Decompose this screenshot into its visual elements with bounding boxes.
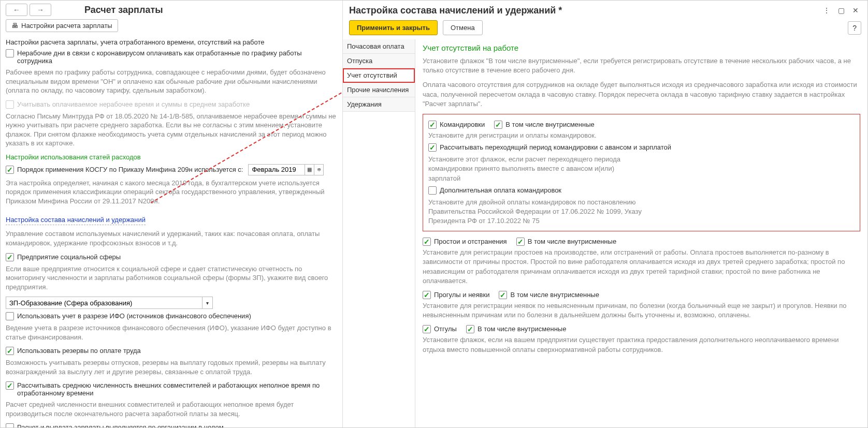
absent-checkbox[interactable] xyxy=(423,291,431,299)
org-type-select[interactable] xyxy=(6,297,202,309)
ifo-checkbox[interactable] xyxy=(6,312,14,320)
paid-nonwork-checkbox xyxy=(6,100,14,109)
trips-calc-checkbox[interactable] xyxy=(428,143,437,152)
trips-extra-desc: Установите для двойной оплаты командиров… xyxy=(428,198,656,226)
composition-desc: Управление составом используемых начисле… xyxy=(6,229,337,247)
tab-other[interactable]: Прочие начисления xyxy=(343,83,415,97)
reserves-checkbox[interactable] xyxy=(6,347,14,355)
tab-deductions[interactable]: Удержания xyxy=(343,97,415,112)
content-p2: Оплата часового отсутствия для сотрудник… xyxy=(423,80,860,109)
nav-forward-button[interactable]: → xyxy=(30,4,51,16)
idle-label: Простои и отстранения xyxy=(434,238,507,245)
trips-extra-checkbox[interactable] xyxy=(428,186,437,195)
trips-intrashift-checkbox[interactable] xyxy=(494,121,502,129)
trips-calc-label: Рассчитывать переходящий период командир… xyxy=(440,143,671,151)
org-total-checkbox[interactable] xyxy=(6,423,14,427)
page-title: Расчет зарплаты xyxy=(84,5,163,16)
avg-headcount-desc: Расчет средней численности внешних совме… xyxy=(6,400,337,418)
paid-nonwork-label: Учитывать оплачиваемое нерабочее время и… xyxy=(17,100,250,108)
settings-button[interactable]: 🖶 Настройки расчета зарплаты xyxy=(6,19,118,32)
ifo-desc: Ведение учета в разрезе источников финан… xyxy=(6,323,337,342)
trips-label: Командировки xyxy=(440,121,485,128)
dropdown-icon[interactable]: ▾ xyxy=(202,297,213,309)
paid-nonwork-desc: Согласно Письму Минтруда РФ от 18.05.202… xyxy=(6,112,337,148)
social-label: Предприятие социальной сферы xyxy=(17,253,121,261)
idle-intrashift-checkbox[interactable] xyxy=(516,238,525,246)
org-total-label: Расчет и выплата зарплаты выполняется по… xyxy=(17,423,224,427)
menu-icon[interactable]: ⋮ xyxy=(821,5,832,16)
idle-checkbox[interactable] xyxy=(423,238,431,246)
nav-back-button[interactable]: ← xyxy=(6,4,27,16)
avg-headcount-label: Рассчитывать среднюю численность внешних… xyxy=(17,381,337,397)
kosgu-date-input[interactable] xyxy=(248,164,305,175)
timeoff-intrashift-label: В том числе внутрисменные xyxy=(478,325,566,333)
tab-absences[interactable]: Учет отсутствий xyxy=(343,68,415,83)
timeoff-desc: Установите флажок, если на вашем предпри… xyxy=(423,335,860,354)
covid-desc: Рабочее время по графику работы сотрудни… xyxy=(6,68,337,95)
kosgu-desc: Эта настройка определяет, начиная с како… xyxy=(6,179,337,206)
reserves-label: Использовать резервы по оплате труда xyxy=(17,347,141,355)
kosgu-checkbox[interactable] xyxy=(6,166,14,174)
expenses-heading: Настройки использования статей расходов xyxy=(6,153,337,161)
dialog-title: Настройка состава начислений и удержаний… xyxy=(349,5,818,16)
print-icon: 🖶 xyxy=(11,22,18,29)
absent-intrashift-checkbox[interactable] xyxy=(499,291,507,299)
date-stepper[interactable]: ≑ xyxy=(314,164,324,175)
cancel-button[interactable]: Отмена xyxy=(443,20,483,35)
reserves-desc: Возможность учитывать резервы отпусков, … xyxy=(6,358,337,376)
timeoff-intrashift-checkbox[interactable] xyxy=(466,325,474,333)
trips-intrashift-label: В том числе внутрисменные xyxy=(505,121,594,128)
trips-calc-desc: Установите этот флажок, если расчет пере… xyxy=(428,155,646,183)
intro-text: Настройки расчета зарплаты, учета отрабо… xyxy=(6,38,337,46)
content-p1: Установите флажок "В том числе внутрисме… xyxy=(423,56,860,75)
idle-intrashift-label: В том числе внутрисменные xyxy=(528,238,616,245)
social-desc: Если ваше предприятие относится к социал… xyxy=(6,264,337,292)
absent-label: Прогулы и неявки xyxy=(434,291,489,299)
content-heading: Учет отсутствий на работе xyxy=(423,43,860,52)
tab-hourly[interactable]: Почасовая оплата xyxy=(343,39,415,54)
calendar-icon[interactable]: ▦ xyxy=(305,164,314,175)
maximize-icon[interactable]: ▢ xyxy=(835,5,847,16)
absent-desc: Установите для регистрации неявок по нев… xyxy=(423,301,860,320)
idle-desc: Установите для регистрации простоев на п… xyxy=(423,248,860,286)
social-checkbox[interactable] xyxy=(6,253,14,261)
timeoff-label: Отгулы xyxy=(434,325,457,333)
trips-extra-label: Дополнительная оплата командировок xyxy=(440,186,561,194)
absent-intrashift-label: В том числе внутрисменные xyxy=(510,291,599,299)
close-icon[interactable]: ✕ xyxy=(850,5,861,16)
highlight-frame: Командировки В том числе внутрисменные У… xyxy=(423,114,860,231)
settings-button-label: Настройки расчета зарплаты xyxy=(21,22,112,29)
tab-vacations[interactable]: Отпуска xyxy=(343,54,415,68)
trips-desc: Установите для регистрации и оплаты кома… xyxy=(428,131,855,140)
covid-label: Нерабочие дни в связи с коронавирусом оп… xyxy=(17,49,337,65)
timeoff-checkbox[interactable] xyxy=(423,325,431,333)
trips-checkbox[interactable] xyxy=(428,121,437,129)
help-button[interactable]: ? xyxy=(848,21,861,35)
avg-headcount-checkbox[interactable] xyxy=(6,381,14,390)
ifo-label: Использовать учет в разрезе ИФО (источни… xyxy=(17,312,251,320)
covid-checkbox[interactable] xyxy=(6,49,14,57)
apply-close-button[interactable]: Применить и закрыть xyxy=(349,20,438,35)
composition-link[interactable]: Настройка состава начислений и удержаний xyxy=(6,216,146,225)
